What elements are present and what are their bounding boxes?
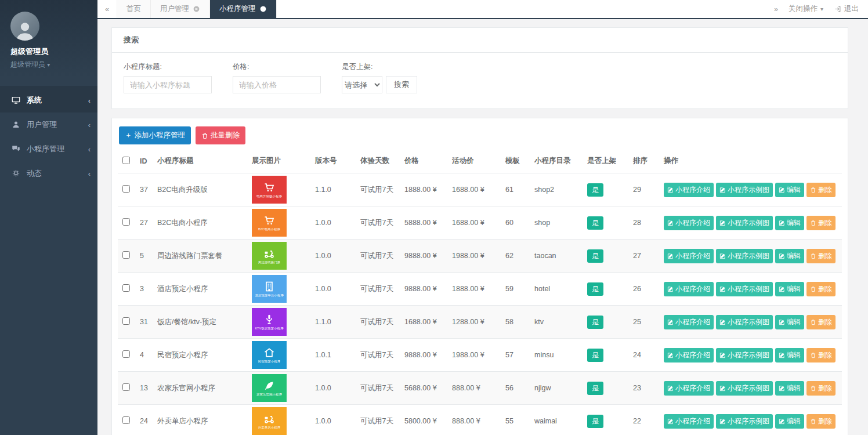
add-miniprogram-button[interactable]: ＋添加小程序管理 — [119, 126, 191, 144]
action-examples-button[interactable]: 小程序示例图 — [716, 414, 773, 429]
row-sort: 22 — [628, 405, 659, 435]
listed-select[interactable]: 请选择 — [342, 76, 382, 93]
action-edit-button[interactable]: 编辑 — [775, 282, 804, 296]
action-delete-button[interactable]: 删除 — [806, 315, 836, 329]
column-header: 小程序标题 — [153, 151, 247, 173]
edit-icon — [719, 319, 726, 325]
row-checkbox[interactable] — [122, 251, 130, 259]
action-edit-button[interactable]: 编辑 — [775, 216, 804, 230]
row-price: 5800.00 ¥ — [400, 405, 447, 435]
action-delete-button[interactable]: 删除 — [806, 381, 836, 396]
close-operations-dropdown[interactable]: 关闭操作▾ — [789, 4, 823, 14]
row-template: 60 — [501, 206, 530, 240]
action-intro-button[interactable]: 小程序介绍 — [664, 183, 714, 197]
edit-icon — [779, 385, 785, 392]
action-edit-button[interactable]: 编辑 — [775, 348, 804, 362]
row-template: 59 — [501, 273, 530, 306]
title-search-input[interactable] — [124, 76, 212, 93]
column-header: 模板 — [501, 151, 530, 173]
tile-caption: 周边游线路门票 — [258, 261, 281, 264]
tile-caption: B2C电商小程序 — [258, 228, 280, 231]
row-id: 3 — [135, 273, 153, 306]
edit-icon — [719, 187, 726, 193]
action-edit-button[interactable]: 编辑 — [775, 315, 804, 329]
row-version: 1.0.0 — [310, 206, 356, 240]
row-price: 9888.00 ¥ — [400, 339, 447, 372]
profile-role-dropdown[interactable]: 超级管理员 ▾ — [10, 60, 97, 70]
tab-close-icon[interactable] — [259, 5, 267, 13]
row-checkbox[interactable] — [122, 218, 130, 226]
action-intro-button[interactable]: 小程序介绍 — [664, 282, 714, 296]
action-intro-button[interactable]: 小程序介绍 — [664, 315, 714, 329]
display-image[interactable]: B2C电商小程序 — [252, 209, 287, 237]
logout-button[interactable]: 退出 — [834, 4, 859, 14]
display-image[interactable]: 电商升级版小程序 — [252, 176, 287, 204]
action-intro-button[interactable]: 小程序介绍 — [664, 216, 714, 230]
display-image[interactable]: 周边游线路门票 — [252, 242, 287, 270]
miniprogram-table: ID小程序标题展示图片版本号体验天数价格活动价模板小程序目录是否上架排序操作 3… — [118, 151, 842, 435]
row-trial: 可试用7天 — [356, 273, 400, 306]
action-examples-button[interactable]: 小程序示例图 — [716, 348, 773, 362]
action-intro-button[interactable]: 小程序介绍 — [664, 348, 714, 362]
row-version: 1.1.0 — [310, 173, 356, 206]
row-checkbox[interactable] — [122, 284, 130, 292]
action-delete-button[interactable]: 删除 — [806, 282, 836, 296]
action-examples-button[interactable]: 小程序示例图 — [716, 249, 773, 263]
table-row: 13农家乐官网小程序农家乐官网小程序1.0.0可试用7天5688.00 ¥888… — [118, 372, 842, 405]
edit-icon — [667, 220, 674, 226]
action-delete-button[interactable]: 删除 — [806, 348, 836, 362]
avatar[interactable] — [10, 12, 39, 41]
action-intro-button[interactable]: 小程序介绍 — [664, 249, 714, 263]
action-examples-button[interactable]: 小程序示例图 — [716, 216, 773, 230]
plus-icon: ＋ — [125, 130, 132, 140]
display-image[interactable]: 外卖单店小程序 — [252, 407, 287, 435]
profile-name: 超级管理员 — [10, 46, 97, 57]
scooter-icon — [263, 248, 275, 259]
action-intro-button[interactable]: 小程序介绍 — [664, 381, 714, 396]
display-image[interactable]: 民宿预定小程序 — [252, 341, 287, 369]
action-examples-button[interactable]: 小程序示例图 — [716, 183, 773, 197]
price-search-input[interactable] — [233, 76, 321, 93]
row-checkbox[interactable] — [122, 185, 130, 193]
action-edit-button[interactable]: 编辑 — [775, 249, 804, 263]
action-intro-button[interactable]: 小程序介绍 — [664, 414, 714, 429]
action-delete-button[interactable]: 删除 — [806, 183, 836, 197]
sidebar-item[interactable]: 小程序管理‹ — [0, 137, 97, 161]
sidebar-item[interactable]: 动态‹ — [0, 161, 97, 186]
trash-icon — [810, 187, 816, 193]
action-edit-button[interactable]: 编辑 — [775, 414, 804, 429]
row-title: 农家乐官网小程序 — [153, 372, 247, 405]
batch-delete-button[interactable]: 批量删除 — [196, 126, 245, 144]
row-trial: 可试用7天 — [356, 405, 400, 435]
listed-field-label: 是否上架: — [342, 62, 417, 72]
action-edit-button[interactable]: 编辑 — [775, 183, 804, 197]
row-checkbox[interactable] — [122, 383, 130, 391]
tab-close-icon[interactable] — [193, 5, 200, 13]
row-checkbox[interactable] — [122, 416, 130, 424]
search-button[interactable]: 搜索 — [386, 76, 417, 93]
edit-icon — [779, 286, 785, 292]
topbar: « 首页用户管理小程序管理 » 关闭操作▾ 退出 — [97, 0, 868, 19]
display-image[interactable]: 农家乐官网小程序 — [252, 374, 287, 402]
sidebar-item[interactable]: 用户管理‹ — [0, 113, 97, 137]
row-checkbox[interactable] — [122, 317, 130, 325]
select-all-checkbox[interactable] — [122, 157, 130, 164]
action-delete-button[interactable]: 删除 — [806, 249, 836, 263]
tabs-scroll-right-button[interactable]: » — [774, 5, 778, 13]
row-checkbox[interactable] — [122, 350, 130, 358]
action-examples-button[interactable]: 小程序示例图 — [716, 381, 773, 396]
tab[interactable]: 用户管理 — [151, 0, 210, 18]
tabs-scroll-left-button[interactable]: « — [97, 0, 117, 18]
tab[interactable]: 小程序管理 — [210, 0, 277, 18]
display-image[interactable]: 酒店预定平台小程序 — [252, 275, 287, 303]
sidebar-item[interactable]: 系统‹ — [0, 88, 97, 113]
row-activity-price: 888.00 ¥ — [447, 405, 501, 435]
column-header: 操作 — [659, 151, 842, 173]
display-image[interactable]: KTV饭店预定小程序 — [252, 308, 287, 336]
action-examples-button[interactable]: 小程序示例图 — [716, 282, 773, 296]
action-delete-button[interactable]: 删除 — [806, 414, 836, 429]
tab[interactable]: 首页 — [117, 0, 151, 18]
action-examples-button[interactable]: 小程序示例图 — [716, 315, 773, 329]
action-delete-button[interactable]: 删除 — [806, 216, 836, 230]
action-edit-button[interactable]: 编辑 — [775, 381, 804, 396]
